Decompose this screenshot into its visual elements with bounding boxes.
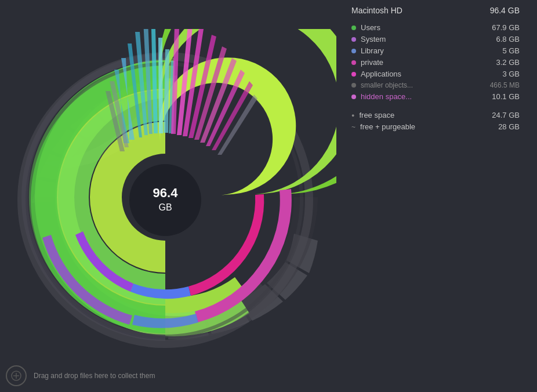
users-dot (351, 26, 356, 30)
library-label: Library (361, 46, 479, 55)
purgeable-value: 28 GB (479, 122, 520, 131)
drop-circle[interactable] (6, 365, 27, 386)
legend-item-private[interactable]: private 3.2 GB (351, 58, 520, 67)
legend-item-applications[interactable]: Applications 3 GB (351, 70, 520, 78)
library-dot (351, 49, 356, 53)
smaller-value: 466.5 MB (479, 81, 520, 89)
free-symbol: ● (351, 112, 354, 118)
hidden-value: 10.1 GB (479, 92, 520, 101)
hidden-dot (351, 95, 356, 99)
applications-dot (351, 72, 356, 77)
hidden-label: hidden space... (361, 92, 479, 101)
system-value: 6.8 GB (479, 35, 520, 43)
legend-item-free[interactable]: ● free space 24.7 GB (351, 111, 520, 119)
legend-item-users[interactable]: Users 67.9 GB (351, 23, 520, 32)
disk-total: 96.4 GB (490, 6, 520, 15)
private-dot (351, 60, 356, 65)
svg-text:96.4: 96.4 (153, 186, 179, 200)
users-label: Users (361, 23, 479, 32)
drop-hint: Drag and drop files here to collect them (34, 372, 155, 380)
legend-item-system[interactable]: System 6.8 GB (351, 35, 520, 43)
smaller-dot (351, 83, 356, 88)
chart-area: 96.4 GB (12, 29, 336, 354)
users-value: 67.9 GB (479, 23, 520, 32)
legend-item-purgeable[interactable]: ~ free + purgeable 28 GB (351, 122, 520, 131)
private-label: private (361, 58, 479, 67)
legend-divider (351, 104, 520, 111)
disk-chart: 96.4 GB (12, 29, 336, 354)
svg-text:GB: GB (158, 202, 172, 212)
smaller-label: smaller objects... (361, 81, 479, 89)
library-value: 5 GB (479, 46, 520, 55)
system-dot (351, 37, 356, 42)
legend-item-smaller[interactable]: smaller objects... 466.5 MB (351, 81, 520, 89)
legend-item-library[interactable]: Library 5 GB (351, 46, 520, 55)
purgeable-label: free + purgeable (360, 122, 479, 131)
legend-item-hidden[interactable]: hidden space... 10.1 GB (351, 92, 520, 101)
svg-point-2 (129, 164, 201, 236)
system-label: System (361, 35, 479, 43)
private-value: 3.2 GB (479, 58, 520, 67)
free-value: 24.7 GB (479, 111, 520, 119)
disk-name: Macintosh HD (351, 6, 402, 15)
applications-label: Applications (361, 70, 479, 78)
legend-area: Macintosh HD 96.4 GB Users 67.9 GB Syste… (351, 6, 520, 134)
free-label: free space (359, 111, 479, 119)
bottom-bar: Drag and drop files here to collect them (6, 365, 155, 386)
drop-icon (11, 371, 21, 381)
applications-value: 3 GB (479, 70, 520, 78)
purgeable-symbol: ~ (351, 123, 355, 131)
legend-title-row: Macintosh HD 96.4 GB (351, 6, 520, 15)
